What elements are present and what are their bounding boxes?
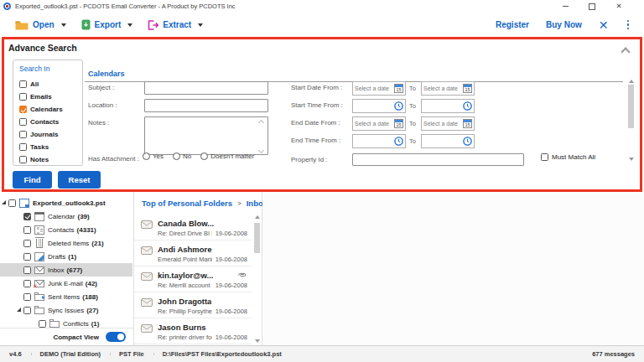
- notes-textarea[interactable]: [144, 116, 268, 155]
- scroll-down-icon[interactable]: [255, 339, 260, 343]
- contacts-icon: [34, 225, 44, 235]
- must-match-all-checkbox[interactable]: Must Match All: [541, 153, 595, 161]
- tree-item[interactable]: Contacts (4331): [0, 223, 132, 236]
- tree-item[interactable]: Sync Issues (27): [0, 303, 132, 317]
- attachment-radio[interactable]: Doesn't matter: [200, 153, 254, 160]
- checkbox-icon[interactable]: [19, 106, 27, 113]
- end-date-to-input[interactable]: Select a date 15: [421, 116, 475, 131]
- folder-checkbox[interactable]: [23, 213, 31, 220]
- tree-item[interactable]: Drafts (1): [0, 250, 132, 263]
- attachment-radio[interactable]: Yes: [143, 153, 164, 160]
- folder-checkbox[interactable]: [23, 280, 31, 287]
- start-time-to-input[interactable]: [421, 99, 475, 113]
- folder-checkbox[interactable]: [23, 226, 31, 234]
- attachment-radio[interactable]: No: [173, 153, 191, 160]
- scrollbar[interactable]: [253, 215, 261, 343]
- folder-checkbox[interactable]: [23, 307, 31, 314]
- expander-icon[interactable]: [2, 199, 8, 207]
- tree-item[interactable]: Sent Items (188): [0, 290, 132, 303]
- clock-icon[interactable]: [463, 101, 472, 111]
- scroll-up-icon[interactable]: [629, 80, 634, 83]
- notes-label: Notes :: [88, 119, 109, 127]
- message-row[interactable]: Jason Burns Re: printer driver for 19-06…: [134, 318, 252, 344]
- kebab-menu-icon[interactable]: [626, 18, 631, 32]
- buy-now-link[interactable]: Buy Now: [546, 20, 582, 29]
- attachment-radio-group: Yes No Doesn't matter: [143, 153, 263, 160]
- calendar-icon[interactable]: 15: [394, 119, 403, 128]
- message-row[interactable]: kin.taylor@w... Re: Merrill account 19-0…: [134, 266, 252, 292]
- folder-icon: [49, 321, 60, 328]
- clock-icon[interactable]: [394, 101, 403, 111]
- close-search-icon[interactable]: ✕: [599, 19, 609, 31]
- folder-checkbox[interactable]: [23, 240, 31, 247]
- property-id-input[interactable]: [352, 153, 524, 166]
- subject-input[interactable]: [144, 81, 268, 95]
- search-in-option[interactable]: Tasks: [19, 141, 82, 153]
- tree-item[interactable]: Deleted Items (21): [0, 236, 132, 250]
- message-row[interactable]: Andi Ashmore Emerald Point Marir 19-06-2…: [134, 240, 252, 266]
- register-link[interactable]: Register: [496, 20, 529, 29]
- minimize-button[interactable]: [552, 0, 579, 13]
- checkbox-icon[interactable]: [19, 118, 27, 126]
- calendar-icon[interactable]: 15: [394, 84, 403, 93]
- message-row[interactable]: John Dragotta Re: Phillip Forsythe 19-06…: [134, 292, 252, 318]
- checkbox-icon[interactable]: [19, 156, 27, 163]
- folder-checkbox[interactable]: [39, 320, 46, 328]
- end-date-from-input[interactable]: Select a date 15: [352, 116, 406, 131]
- checkbox-icon[interactable]: [19, 131, 27, 138]
- date-placeholder: Select a date: [423, 121, 463, 127]
- search-in-option[interactable]: All: [19, 78, 82, 90]
- calendar-icon[interactable]: 15: [463, 84, 472, 93]
- tree-item[interactable]: Junk E-mail (42): [0, 277, 132, 290]
- tree-item[interactable]: Inbox (677): [0, 263, 132, 277]
- search-in-option[interactable]: Calendars: [19, 103, 82, 116]
- radio-icon[interactable]: [173, 153, 180, 160]
- compact-view-toggle[interactable]: [106, 332, 126, 342]
- message-row[interactable]: Canada Blow... Re: Direct Drive BI F 19-…: [134, 215, 252, 240]
- scrollbar[interactable]: [627, 80, 635, 161]
- breadcrumb-root[interactable]: Top of Personal Folders: [142, 199, 232, 208]
- extract-button[interactable]: Extract: [148, 20, 203, 30]
- end-time-to-input[interactable]: [421, 134, 475, 148]
- start-date-to-input[interactable]: Select a date 15: [421, 81, 475, 96]
- radio-icon[interactable]: [200, 153, 208, 160]
- search-in-option[interactable]: Notes: [19, 153, 82, 166]
- tree-item[interactable]: Calendar (39): [0, 209, 132, 223]
- folder-checkbox[interactable]: [23, 253, 31, 261]
- scroll-thumb[interactable]: [628, 85, 634, 128]
- folder-checkbox[interactable]: [8, 199, 16, 207]
- folder-checkbox[interactable]: [23, 293, 31, 301]
- radio-icon[interactable]: [143, 153, 150, 160]
- clock-icon[interactable]: [463, 137, 472, 146]
- start-date-from-input[interactable]: Select a date 15: [352, 81, 406, 96]
- calendar-icon[interactable]: 15: [463, 119, 472, 128]
- scroll-down-icon[interactable]: [629, 158, 634, 161]
- expander-icon[interactable]: [17, 306, 23, 314]
- scroll-thumb[interactable]: [254, 223, 260, 253]
- search-in-option[interactable]: Journals: [19, 128, 82, 141]
- tree-item[interactable]: Exported_outlook3.pst: [0, 196, 132, 209]
- checkbox-icon[interactable]: [19, 80, 27, 88]
- end-time-from-input[interactable]: [352, 134, 406, 148]
- folder-checkbox[interactable]: [23, 266, 31, 274]
- export-button[interactable]: Export: [81, 19, 133, 30]
- advanced-search-title: Advance Search: [8, 43, 77, 53]
- close-button[interactable]: ✕: [605, 0, 632, 13]
- search-in-option[interactable]: Contacts: [19, 116, 82, 128]
- clock-icon[interactable]: [394, 137, 403, 146]
- open-button[interactable]: Open: [15, 20, 66, 30]
- sent-icon: [34, 294, 44, 301]
- search-in-option[interactable]: Emails: [19, 90, 82, 103]
- maximize-button[interactable]: [579, 0, 605, 13]
- find-button[interactable]: Find: [13, 171, 52, 189]
- checkbox-icon[interactable]: [541, 153, 548, 161]
- checkbox-icon[interactable]: [19, 93, 27, 101]
- checkbox-icon[interactable]: [19, 143, 27, 151]
- scroll-up-icon[interactable]: [255, 215, 260, 219]
- envelope-icon: [141, 272, 153, 292]
- folder-label: Sent Items: [48, 293, 80, 301]
- chevron-up-icon[interactable]: [621, 47, 630, 56]
- location-input[interactable]: [144, 99, 268, 112]
- reset-button[interactable]: Reset: [58, 171, 101, 189]
- start-time-from-input[interactable]: [352, 99, 406, 113]
